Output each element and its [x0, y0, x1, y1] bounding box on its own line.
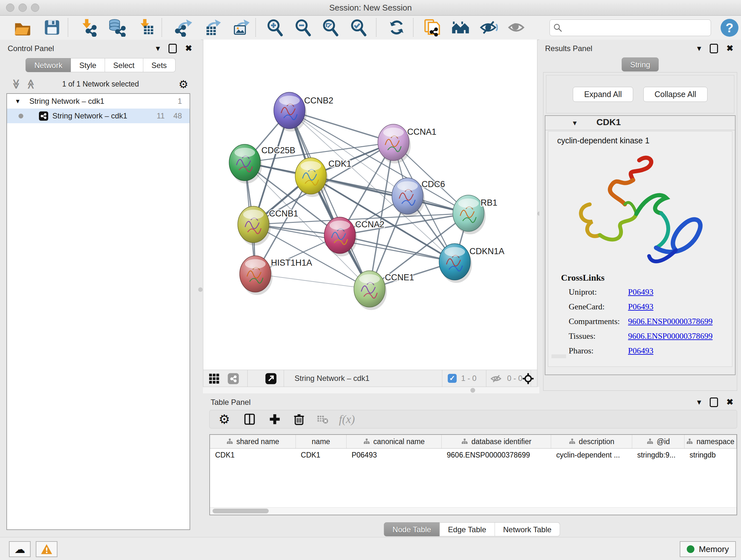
- table-row[interactable]: CDK1CDK1P064939606.ENSP00000378699cyclin…: [210, 449, 737, 461]
- crosslink-value-link[interactable]: P06493: [628, 302, 653, 312]
- table-settings-gear-icon[interactable]: ⚙: [217, 412, 231, 426]
- maximize-panel-icon[interactable]: [710, 397, 718, 407]
- save-session-icon[interactable]: [42, 17, 62, 37]
- string-results-tab[interactable]: String: [622, 57, 659, 71]
- cloud-button[interactable]: ☁: [9, 541, 30, 557]
- close-panel-icon[interactable]: ✖: [726, 44, 733, 53]
- network-node-CDC25B[interactable]: CDC25B: [229, 144, 295, 184]
- export-table-icon[interactable]: [202, 17, 221, 37]
- network-row-selected[interactable]: String Network – cdk1 11 48: [7, 109, 190, 123]
- control-panel: Control Panel ▾ ✖ NetworkStyleSelectSets…: [0, 40, 201, 537]
- export-network-icon[interactable]: [173, 17, 193, 37]
- birds-eye-grid-icon[interactable]: [208, 372, 220, 385]
- tab-select[interactable]: Select: [105, 58, 143, 72]
- crosslinks-heading: CrossLinks: [561, 273, 604, 283]
- close-panel-icon[interactable]: ✖: [726, 397, 733, 407]
- warnings-button[interactable]: [36, 541, 57, 557]
- delete-table-icon[interactable]: [316, 412, 330, 426]
- network-node-CCNA1[interactable]: CCNA1: [378, 124, 436, 164]
- selected-checkbox-icon[interactable]: ✓: [448, 374, 457, 383]
- network-node-CCNB2[interactable]: CCNB2: [274, 92, 333, 132]
- memory-button[interactable]: Memory: [680, 541, 736, 557]
- show-columns-icon[interactable]: [243, 412, 257, 426]
- export-image-icon[interactable]: [230, 17, 250, 37]
- add-column-icon[interactable]: [268, 412, 282, 426]
- show-hidden-icon[interactable]: [507, 17, 527, 37]
- maximize-panel-icon[interactable]: [169, 44, 177, 53]
- crosslink-value-link[interactable]: 9606.ENSP00000378699: [628, 317, 713, 326]
- open-session-icon[interactable]: [13, 17, 32, 37]
- network-edge[interactable]: [340, 235, 455, 262]
- fit-selected-crosshair-icon[interactable]: [522, 372, 535, 385]
- table-cell[interactable]: P06493: [347, 449, 442, 461]
- tab-style[interactable]: Style: [71, 58, 105, 72]
- column-header-name[interactable]: name: [296, 435, 347, 448]
- network-node-CDKN1A[interactable]: CDKN1A: [439, 244, 504, 283]
- maximize-panel-icon[interactable]: [710, 44, 718, 53]
- help-icon[interactable]: ?: [721, 19, 738, 37]
- zoom-fit-icon[interactable]: [320, 17, 340, 37]
- scrollbar-thumb[interactable]: [212, 509, 269, 513]
- float-panel-icon[interactable]: ▾: [156, 44, 160, 53]
- tab-sets[interactable]: Sets: [143, 58, 176, 72]
- tab-node-table[interactable]: Node Table: [384, 522, 440, 537]
- float-panel-icon[interactable]: ▾: [697, 397, 701, 407]
- crosslink-label: Tissues:: [569, 331, 596, 341]
- collapse-entry-icon[interactable]: ▾: [573, 118, 577, 127]
- splitter-dot[interactable]: [470, 388, 475, 393]
- collapse-all-button[interactable]: Collapse All: [643, 87, 708, 102]
- network-canvas[interactable]: CCNB2CCNA1CDC25BCDK1CDC6RB1CCNB1CCNA2CDK…: [203, 40, 537, 369]
- hide-unselected-icon[interactable]: [479, 17, 498, 37]
- scrollbar-stub[interactable]: [551, 354, 566, 358]
- clone-network-icon[interactable]: [422, 17, 442, 37]
- delete-column-icon[interactable]: [292, 412, 306, 426]
- crosslink-value-link[interactable]: P06493: [628, 287, 653, 297]
- zoom-selected-icon[interactable]: [348, 17, 368, 37]
- import-network-file-icon[interactable]: [78, 17, 98, 37]
- crosslink-value-link[interactable]: P06493: [628, 346, 653, 356]
- network-options-gear-icon[interactable]: ⚙: [179, 78, 188, 91]
- tab-network[interactable]: Network: [25, 58, 71, 72]
- network-collection-row[interactable]: ▾ String Network – cdk1 1: [7, 94, 190, 109]
- apply-layout-icon[interactable]: [387, 17, 407, 37]
- network-node-CDK1[interactable]: CDK1: [295, 158, 351, 197]
- float-panel-icon[interactable]: ▾: [697, 44, 701, 53]
- zoom-in-icon[interactable]: [265, 17, 285, 37]
- string-home-icon[interactable]: [451, 17, 470, 37]
- import-network-database-icon[interactable]: [107, 17, 127, 37]
- table-horizontal-scrollbar[interactable]: [210, 507, 737, 515]
- column-header-namespace[interactable]: namespace: [684, 435, 737, 448]
- network-overview-icon[interactable]: [227, 372, 240, 385]
- network-node-CDC6[interactable]: CDC6: [392, 178, 445, 217]
- column-header-database-identifier[interactable]: database identifier: [442, 435, 551, 448]
- table-cell[interactable]: CDK1: [296, 449, 347, 461]
- network-node-CCNE1[interactable]: CCNE1: [354, 271, 414, 310]
- detach-view-icon[interactable]: [265, 372, 277, 385]
- table-cell[interactable]: CDK1: [210, 449, 296, 461]
- entry-header[interactable]: ▾ CDK1: [545, 116, 735, 130]
- left-splitter-handle[interactable]: [198, 287, 203, 292]
- import-table-icon[interactable]: [137, 17, 156, 37]
- table-cell[interactable]: 9606.ENSP00000378699: [442, 449, 551, 461]
- crosslink-value-link[interactable]: 9606.ENSP00000378699: [628, 331, 713, 341]
- network-node-RB1[interactable]: RB1: [453, 195, 497, 234]
- close-panel-icon[interactable]: ✖: [185, 44, 192, 53]
- column-header-description[interactable]: description: [551, 435, 632, 448]
- function-builder-icon[interactable]: f(x): [340, 412, 354, 426]
- column-header-@id[interactable]: @id: [632, 435, 684, 448]
- collapse-collection-icon[interactable]: ▾: [16, 94, 19, 109]
- network-view[interactable]: CCNB2CCNA1CDC25BCDK1CDC6RB1CCNB1CCNA2CDK…: [203, 40, 537, 370]
- expand-all-button[interactable]: Expand All: [573, 87, 633, 102]
- search-icon: [553, 23, 562, 33]
- table-cell[interactable]: cyclin-dependent ...: [551, 449, 632, 461]
- column-header-shared-name[interactable]: shared name: [210, 435, 296, 448]
- table-cell[interactable]: stringdb: [684, 449, 737, 461]
- table-cell[interactable]: stringdb:9...: [632, 449, 684, 461]
- cloud-icon: ☁: [14, 543, 25, 556]
- tab-network-table[interactable]: Network Table: [495, 522, 560, 537]
- column-header-canonical-name[interactable]: canonical name: [347, 435, 442, 448]
- network-node-HIST1H1A[interactable]: HIST1H1A: [240, 256, 312, 295]
- tab-edge-table[interactable]: Edge Table: [440, 522, 495, 537]
- zoom-out-icon[interactable]: [293, 17, 313, 37]
- search-input[interactable]: [566, 23, 711, 33]
